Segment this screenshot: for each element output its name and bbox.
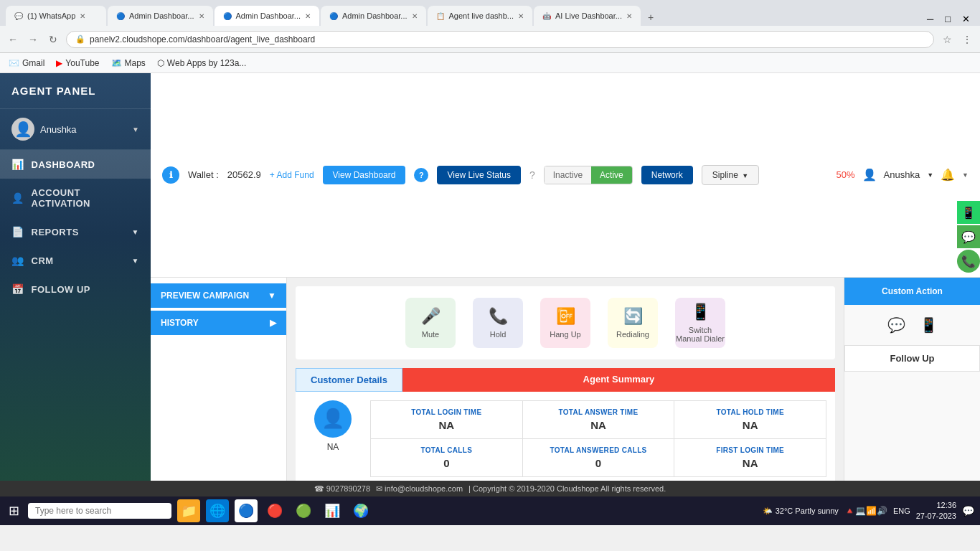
- tab-admin2[interactable]: 🔵 Admin Dashboar... ✕: [215, 6, 320, 26]
- back-button[interactable]: ←: [6, 32, 20, 47]
- sidebar-logo: AGENT PANEL: [0, 73, 151, 109]
- taskbar-app-edge[interactable]: 🌐: [206, 499, 229, 522]
- taskbar-app-extra3[interactable]: 📊: [321, 499, 344, 522]
- footer-email: ✉ info@cloudshope.com: [376, 484, 463, 494]
- tab-close-admin1[interactable]: ✕: [199, 12, 204, 20]
- maximize-button[interactable]: □: [941, 12, 955, 26]
- tab-admin1[interactable]: 🔵 Admin Dashboar... ✕: [108, 6, 213, 26]
- language-indicator: ENG: [893, 507, 910, 515]
- dashboard-icon: 📊: [11, 159, 24, 170]
- mute-button[interactable]: 🎤 Mute: [405, 298, 456, 348]
- help-icon[interactable]: ?: [414, 168, 428, 182]
- weather-text: 32°C Partly sunny: [776, 507, 839, 515]
- notif-dropdown-icon[interactable]: ▼: [962, 171, 969, 179]
- followup-icon: 📅: [11, 283, 24, 295]
- sidebar-item-reports[interactable]: 📄 REPORTS ▼: [0, 217, 151, 246]
- status-inactive-option[interactable]: Inactive: [545, 166, 591, 184]
- hangup-icon: 📴: [556, 307, 575, 326]
- network-button[interactable]: Network: [641, 166, 693, 184]
- minimize-button[interactable]: ─: [923, 12, 938, 26]
- refresh-button[interactable]: ↻: [46, 32, 60, 47]
- taskbar-app-extra1[interactable]: 🔴: [263, 499, 286, 522]
- right-panel: Custom Action 💬 📱 Follow Up 📱 💬 📞: [844, 278, 980, 481]
- tab-ai-live[interactable]: 🤖 AI Live Dashboar... ✕: [534, 6, 641, 26]
- chat-bubble-icon[interactable]: 💬: [887, 316, 905, 334]
- mute-icon: 🎤: [421, 307, 440, 326]
- whatsapp-icon[interactable]: 📱: [920, 316, 938, 334]
- tab-close-agent[interactable]: ✕: [518, 12, 524, 20]
- clock-time: 12:36: [916, 500, 956, 511]
- history-button[interactable]: HISTORY ▶: [151, 311, 286, 335]
- taskbar-app-file-explorer[interactable]: 📁: [177, 499, 200, 522]
- dashboard-main: 🎤 Mute 📞 Hold 📴 Hang Up 🔄 Redialing: [287, 278, 844, 481]
- view-live-status-button[interactable]: View Live Status: [437, 166, 521, 184]
- sidebar-item-followup[interactable]: 📅 FOLLOW UP: [0, 275, 151, 303]
- stat-first-login-time: FIRST LOGIN TIME NA: [674, 439, 826, 476]
- wallet-label: Wallet :: [188, 169, 219, 180]
- taskbar-app-chrome[interactable]: 🔵: [235, 499, 258, 522]
- notification-center-icon[interactable]: 💬: [962, 505, 974, 517]
- follow-up-button[interactable]: Follow Up: [844, 345, 980, 372]
- tab-close-admin2[interactable]: ✕: [305, 12, 311, 20]
- call-controls: 🎤 Mute 📞 Hold 📴 Hang Up 🔄 Redialing: [296, 286, 835, 359]
- sidebar-item-dashboard[interactable]: 📊 DASHBOARD: [0, 150, 151, 179]
- sidebar-item-account-activation[interactable]: 👤 ACCOUNT ACTIVATION: [0, 179, 151, 217]
- address-bar[interactable]: 🔒 panelv2.cloudshope.com/dashboard/agent…: [66, 31, 934, 48]
- footer-phone: ☎ 9027890278: [314, 484, 370, 494]
- taskbar-app-extra2[interactable]: 🟢: [292, 499, 315, 522]
- reports-icon: 📄: [11, 226, 24, 237]
- tab-close-whatsapp[interactable]: ✕: [80, 12, 85, 20]
- live-help-icon[interactable]: ?: [529, 169, 535, 181]
- summary-header: Customer Details Agent Summary: [296, 368, 835, 392]
- status-active-option[interactable]: Active: [591, 166, 632, 184]
- customer-details-tab[interactable]: Customer Details: [296, 368, 402, 392]
- status-toggle: Inactive Active: [544, 166, 633, 184]
- tab-close-admin3[interactable]: ✕: [412, 12, 418, 20]
- taskbar-search-input[interactable]: [28, 503, 171, 519]
- hangup-button[interactable]: 📴 Hang Up: [540, 298, 590, 348]
- notification-icon[interactable]: 🔔: [941, 168, 955, 182]
- sidebar-item-crm[interactable]: 👥 CRM ▼: [0, 246, 151, 275]
- tab-whatsapp[interactable]: 💬 (1) WhatsApp ✕: [6, 6, 106, 26]
- redialing-button[interactable]: 🔄 Redialing: [608, 298, 658, 348]
- hold-button[interactable]: 📞 Hold: [473, 298, 523, 348]
- view-dashboard-button[interactable]: View Dashboard: [323, 166, 406, 184]
- sipline-button[interactable]: Sipline ▼: [702, 165, 759, 185]
- stats-grid: TOTAL LOGIN TIME NA TOTAL ANSWER TIME NA…: [370, 400, 826, 477]
- forward-button[interactable]: →: [26, 32, 40, 47]
- user-dropdown-icon[interactable]: ▼: [927, 171, 933, 179]
- avatar: 👤: [11, 118, 34, 141]
- stat-total-hold-time: TOTAL HOLD TIME NA: [674, 401, 826, 438]
- bookmark-maps[interactable]: 🗺️Maps: [111, 58, 146, 68]
- reports-expand-icon: ▼: [132, 228, 139, 236]
- custom-action-button[interactable]: Custom Action: [844, 278, 980, 305]
- switch-dialer-button[interactable]: 📱 Switch Manual Dialer: [675, 298, 725, 348]
- tab-agent-live[interactable]: 📋 Agent live dashb... ✕: [428, 6, 533, 26]
- taskbar-app-extra4[interactable]: 🌍: [349, 499, 372, 522]
- weather-info: 🌤️ 32°C Partly sunny: [763, 507, 839, 516]
- sidebar: AGENT PANEL 👤 Anushka ▼ 📊 DASHBOARD 👤 AC…: [0, 73, 151, 481]
- new-tab-button[interactable]: +: [642, 9, 659, 26]
- hold-icon: 📞: [489, 307, 508, 326]
- user-percent: 50%: [837, 169, 855, 180]
- sidebar-dropdown-icon: ▼: [132, 126, 139, 133]
- star-button[interactable]: ☆: [940, 32, 954, 47]
- windows-start-button[interactable]: ⊞: [6, 500, 22, 522]
- bookmark-youtube[interactable]: ▶YouTube: [56, 58, 99, 68]
- agent-summary-tab[interactable]: Agent Summary: [402, 368, 835, 392]
- bookmark-webapps[interactable]: ⬡Web Apps by 123a...: [157, 58, 247, 68]
- tab-close-ai[interactable]: ✕: [626, 12, 632, 20]
- profile-circle: 👤: [314, 400, 352, 438]
- clock-date: 27-07-2023: [916, 511, 956, 522]
- profile-name: NA: [327, 442, 339, 452]
- close-button[interactable]: ✕: [958, 12, 974, 26]
- preview-campaign-button[interactable]: PREVIEW CAMPAIGN ▼: [151, 283, 286, 308]
- preview-expand-icon: ▼: [268, 291, 276, 301]
- account-icon: 👤: [11, 192, 24, 204]
- add-fund-button[interactable]: + Add Fund: [270, 170, 314, 180]
- tab-admin3[interactable]: 🔵 Admin Dashboar... ✕: [321, 6, 426, 26]
- menu-button[interactable]: ⋮: [960, 32, 974, 47]
- bookmark-gmail[interactable]: ✉️Gmail: [9, 58, 44, 68]
- sidebar-user[interactable]: 👤 Anushka ▼: [0, 109, 151, 150]
- history-expand-icon: ▶: [270, 318, 276, 328]
